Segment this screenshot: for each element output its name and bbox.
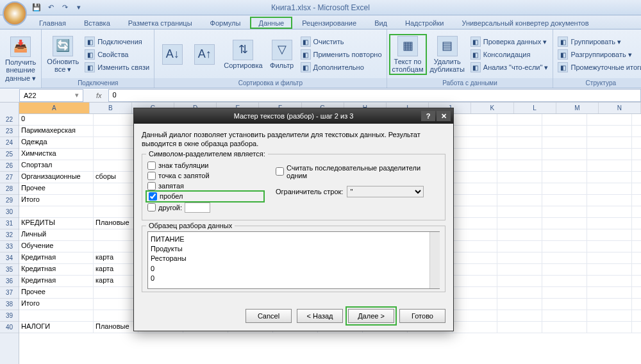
cell[interactable]	[94, 126, 138, 137]
cell[interactable]: 0	[19, 114, 94, 126]
name-box[interactable]: A22 ▾	[19, 89, 83, 102]
cell[interactable]	[632, 114, 641, 126]
cell[interactable]	[542, 322, 587, 333]
cell[interactable]	[497, 195, 542, 206]
cell[interactable]	[587, 195, 632, 206]
cell[interactable]: Кредитная	[19, 252, 94, 264]
cell[interactable]	[632, 183, 641, 195]
row-header[interactable]: 24	[0, 137, 19, 149]
cell[interactable]	[587, 114, 632, 126]
cell[interactable]	[542, 310, 587, 322]
cell[interactable]	[632, 195, 641, 206]
cell[interactable]: Кредитная	[19, 276, 94, 287]
cell[interactable]: карта	[94, 264, 138, 276]
cell[interactable]	[632, 264, 641, 276]
cell[interactable]	[587, 206, 632, 218]
delimiter-semicolon[interactable]: точка с запятой	[147, 172, 263, 180]
cell[interactable]	[587, 149, 632, 160]
cell[interactable]	[497, 218, 542, 229]
column-header[interactable]: A	[19, 103, 90, 113]
cell[interactable]	[587, 299, 632, 310]
ribbon-small-button[interactable]: ◧Консолидация	[469, 49, 551, 60]
cell[interactable]: Кредитная	[19, 264, 94, 276]
cell[interactable]: Парикмахерская	[19, 126, 94, 137]
cell[interactable]	[632, 172, 641, 183]
ribbon-small-button[interactable]: ◧Изменить связи	[83, 62, 151, 73]
cell[interactable]	[453, 276, 497, 287]
cell[interactable]	[497, 229, 542, 241]
tab-надстройки[interactable]: Надстройки	[397, 17, 452, 29]
cell[interactable]	[497, 126, 542, 137]
cell[interactable]	[587, 229, 632, 241]
cell[interactable]	[587, 252, 632, 264]
row-header[interactable]: 26	[0, 160, 19, 172]
cell[interactable]	[632, 299, 641, 310]
ribbon-button[interactable]: ▤Удалитьдубликаты	[428, 35, 467, 74]
cell[interactable]: КРЕДИТЫ	[19, 218, 94, 229]
cell[interactable]	[453, 322, 497, 333]
cell[interactable]	[587, 287, 632, 299]
ribbon-small-button[interactable]: ◧Дополнительно	[299, 62, 384, 73]
cell[interactable]: сборы	[94, 172, 138, 183]
preview-scrollbar[interactable]	[429, 232, 440, 288]
cell[interactable]	[542, 126, 587, 137]
row-header[interactable]: 25	[0, 149, 19, 160]
cell[interactable]	[587, 126, 632, 137]
cell[interactable]: карта	[94, 276, 138, 287]
qat-dropdown-icon[interactable]: ▾	[73, 2, 85, 13]
cell[interactable]	[632, 149, 641, 160]
cell[interactable]	[632, 252, 641, 264]
cell[interactable]	[587, 218, 632, 229]
cell[interactable]	[453, 195, 497, 206]
undo-icon[interactable]: ↶	[45, 2, 56, 13]
cell[interactable]	[497, 287, 542, 299]
ribbon-button[interactable]: ▽Фильтр	[267, 38, 297, 70]
formula-input[interactable]: 0	[108, 89, 641, 102]
cell[interactable]	[497, 264, 542, 276]
cell[interactable]	[542, 172, 587, 183]
cell[interactable]	[542, 287, 587, 299]
redo-icon[interactable]: ↷	[59, 2, 71, 13]
cell[interactable]	[453, 114, 497, 126]
row-header[interactable]: 31	[0, 218, 19, 229]
row-header[interactable]: 23	[0, 126, 19, 137]
cell[interactable]	[632, 276, 641, 287]
cell[interactable]	[632, 160, 641, 172]
cell[interactable]	[94, 241, 138, 252]
cell[interactable]	[542, 160, 587, 172]
cell[interactable]	[632, 218, 641, 229]
ribbon-small-button[interactable]: ◧Применить повторно	[299, 49, 384, 60]
ribbon-button[interactable]: ⇅Сортировка	[221, 38, 265, 70]
tab-вставка[interactable]: Вставка	[76, 17, 119, 29]
ribbon-button[interactable]: ▦Текст постолбцам	[390, 35, 426, 74]
cell[interactable]: Обучение	[19, 241, 94, 252]
cell[interactable]	[542, 183, 587, 195]
tab-формулы[interactable]: Формулы	[202, 17, 249, 29]
cell[interactable]	[542, 114, 587, 126]
row-header[interactable]: 30	[0, 206, 19, 218]
delimiter-space[interactable]: пробел	[147, 192, 263, 201]
cell[interactable]	[94, 229, 138, 241]
name-box-dropdown-icon[interactable]: ▾	[75, 91, 79, 99]
cell[interactable]	[497, 276, 542, 287]
cell[interactable]	[632, 287, 641, 299]
cell[interactable]	[453, 160, 497, 172]
cell[interactable]	[94, 160, 138, 172]
column-header[interactable]: N	[599, 103, 641, 113]
ribbon-button[interactable]: 🔄Обновитьвсе ▾	[44, 35, 81, 74]
cell[interactable]	[94, 195, 138, 206]
cell[interactable]: Личный	[19, 229, 94, 241]
cell[interactable]	[453, 310, 497, 322]
delimiter-other[interactable]: другой:	[147, 203, 263, 213]
row-header[interactable]: 22	[0, 114, 19, 126]
cell[interactable]	[587, 137, 632, 149]
finish-button[interactable]: Готово	[399, 309, 445, 323]
column-header[interactable]: L	[514, 103, 556, 113]
ribbon-button[interactable]: 📥Получитьвнешние данные ▾	[3, 35, 38, 83]
cell[interactable]	[94, 183, 138, 195]
row-header[interactable]: 37	[0, 287, 19, 299]
cell[interactable]	[587, 264, 632, 276]
cell[interactable]	[632, 241, 641, 252]
tab-главная[interactable]: Главная	[31, 17, 74, 29]
cell[interactable]	[453, 229, 497, 241]
